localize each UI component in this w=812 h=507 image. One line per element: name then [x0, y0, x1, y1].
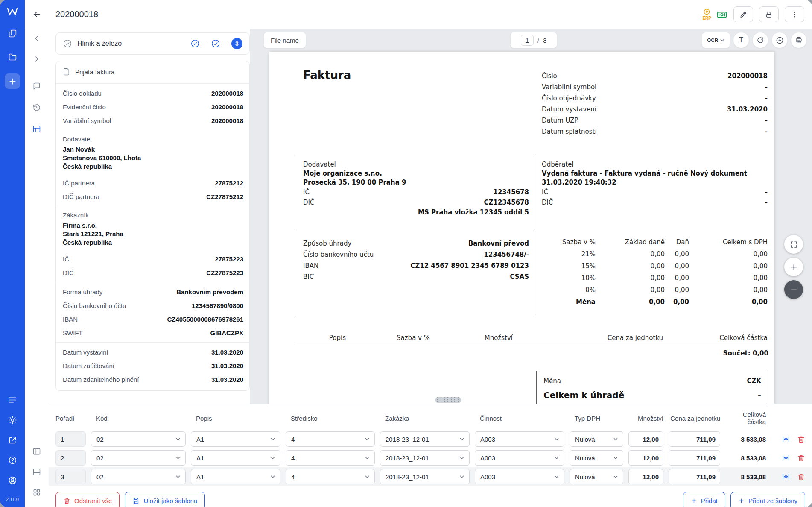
- split-row-icon[interactable]: [782, 472, 790, 481]
- items-header: Cena za jednotku: [513, 334, 663, 342]
- chevron-down-icon: [176, 475, 180, 478]
- collapse-panel-icon[interactable]: [32, 34, 41, 43]
- folder-icon[interactable]: [8, 53, 17, 62]
- documents-icon[interactable]: [8, 29, 17, 38]
- step-check-icon-2[interactable]: [211, 39, 220, 48]
- save-as-template-button[interactable]: Uložit jako šablonu: [125, 492, 205, 507]
- profile-icon[interactable]: [8, 476, 17, 485]
- order-input[interactable]: [55, 469, 86, 484]
- step-count-badge[interactable]: 3: [231, 38, 242, 49]
- organization-name: Hliník a železo: [77, 40, 122, 47]
- field-label: Číslo dokladu: [63, 90, 102, 97]
- comments-icon[interactable]: [32, 82, 41, 91]
- customer-label: Odběratel: [542, 160, 768, 169]
- history-icon[interactable]: [32, 103, 41, 112]
- more-menu-button[interactable]: [785, 6, 804, 22]
- panel-resize-handle[interactable]: [435, 397, 461, 403]
- order-select[interactable]: 2018-23_12-01: [380, 431, 470, 447]
- chevron-down-icon: [365, 457, 369, 459]
- add-from-template-button[interactable]: Přidat ze šablony: [730, 492, 805, 507]
- center-select[interactable]: 4: [286, 450, 375, 466]
- order-select[interactable]: 2018-23_12-01: [380, 469, 470, 484]
- invoice-page: Faktura Číslo202000018 Variabilní symbol…: [269, 52, 774, 404]
- zoom-out-icon[interactable]: [784, 280, 803, 299]
- code-select[interactable]: 02: [91, 431, 186, 447]
- ic-label: IČ: [542, 188, 548, 196]
- zoom-in-icon[interactable]: [784, 258, 803, 276]
- ic-value: 12345678: [494, 188, 529, 196]
- layout-rows-icon[interactable]: [32, 468, 41, 476]
- refresh-icon[interactable]: [752, 32, 768, 48]
- form-view-icon[interactable]: [32, 125, 41, 133]
- field-row: Číslo bankovního účtu 1234567890/0800: [56, 299, 249, 312]
- activity-select[interactable]: A003: [475, 431, 564, 447]
- tax-total-row: Měna 0,00 0,00 0,00: [542, 296, 768, 308]
- edit-button[interactable]: [733, 6, 753, 22]
- quantity-input[interactable]: [628, 450, 663, 466]
- delete-row-icon[interactable]: [797, 435, 805, 443]
- activity-select[interactable]: A003: [475, 469, 564, 484]
- split-row-icon[interactable]: [782, 454, 790, 462]
- vat-type-select[interactable]: Nulová: [570, 431, 623, 447]
- layout-columns-icon[interactable]: [32, 447, 41, 456]
- vat-type-select[interactable]: Nulová: [570, 450, 623, 466]
- back-button[interactable]: [25, 10, 49, 19]
- field-row: SWIFT GIBACZPX: [56, 326, 249, 340]
- order-input[interactable]: [55, 431, 86, 447]
- external-link-icon[interactable]: [8, 436, 17, 445]
- money-icon[interactable]: [716, 9, 727, 20]
- field-row: Datum vystaviní 31.03.2020: [56, 345, 249, 359]
- delete-all-button[interactable]: Odstranit vše: [55, 492, 120, 507]
- tax-cell: 0,00: [665, 274, 689, 282]
- lock-button[interactable]: [759, 6, 779, 22]
- quantity-input[interactable]: [628, 469, 663, 484]
- code-select[interactable]: 02: [91, 450, 186, 466]
- field-row: DIČ CZ27875223: [56, 266, 249, 279]
- order-select[interactable]: 2018-23_12-01: [380, 450, 470, 466]
- chevron-down-icon: [460, 475, 464, 478]
- description-select[interactable]: A1: [191, 469, 280, 484]
- download-icon[interactable]: [771, 32, 788, 48]
- settings-gear-icon[interactable]: [8, 416, 17, 425]
- activity-select[interactable]: A003: [475, 450, 564, 466]
- center-select[interactable]: 4: [286, 469, 375, 484]
- page-number-input[interactable]: 1: [521, 35, 534, 46]
- description-select[interactable]: A1: [191, 431, 280, 447]
- document-type-row: Přijatá faktura: [56, 64, 249, 81]
- unit-price-input[interactable]: [669, 450, 720, 466]
- queue-icon[interactable]: [8, 396, 17, 404]
- split-row-icon[interactable]: [782, 435, 790, 443]
- help-icon[interactable]: [8, 456, 17, 465]
- field-row: IČ partnera 27875212: [56, 176, 249, 190]
- step-check-icon-1[interactable]: [190, 39, 200, 48]
- tax-cell: Základ daně: [596, 238, 665, 246]
- ic-value: -: [765, 188, 768, 196]
- unit-price-input[interactable]: [669, 431, 720, 447]
- field-label: Datum zdanitelného plnění: [63, 376, 139, 383]
- order-input[interactable]: [55, 450, 86, 466]
- items-header: Sazba v %: [346, 334, 430, 342]
- ocr-dropdown[interactable]: OCR: [702, 32, 730, 48]
- expand-panel-icon[interactable]: [32, 55, 41, 63]
- field-label: DIČ: [63, 269, 74, 276]
- center-select[interactable]: 4: [286, 431, 375, 447]
- print-icon[interactable]: [791, 32, 807, 48]
- text-tool-button[interactable]: T: [733, 32, 749, 48]
- description-select[interactable]: A1: [191, 450, 280, 466]
- quantity-input[interactable]: [628, 431, 663, 447]
- delete-row-icon[interactable]: [797, 473, 805, 481]
- code-select[interactable]: 02: [91, 469, 186, 484]
- unit-price-input[interactable]: [669, 469, 720, 484]
- erp-status-button[interactable]: ERP: [702, 8, 711, 21]
- vat-type-select[interactable]: Nulová: [570, 469, 623, 484]
- add-row-button[interactable]: Přidat: [683, 492, 725, 507]
- field-value: Bankovním převodem: [176, 288, 243, 296]
- delete-row-icon[interactable]: [797, 454, 805, 462]
- payment-value: CZ12 4567 8901 2345 6789 0123: [410, 262, 529, 270]
- dic-value: CZ12345678: [484, 199, 529, 206]
- app-logo-icon: [6, 7, 18, 16]
- grid-view-icon[interactable]: [32, 488, 41, 497]
- add-document-button[interactable]: [5, 73, 20, 89]
- fit-screen-icon[interactable]: [784, 235, 803, 254]
- chevron-down-icon: [460, 457, 464, 459]
